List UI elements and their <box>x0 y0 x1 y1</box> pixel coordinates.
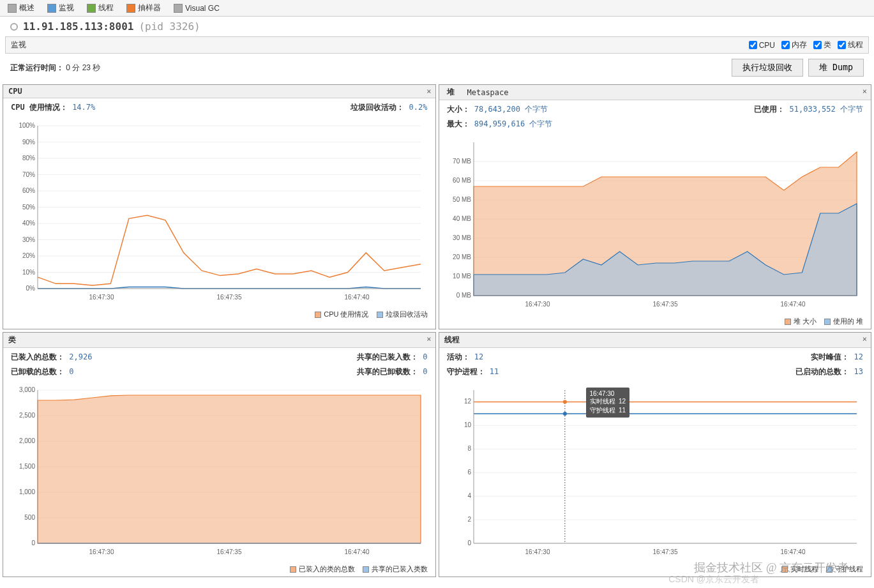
check-thread[interactable]: 线程 <box>838 40 863 50</box>
action-buttons: 执行垃圾回收 堆 Dump <box>732 59 864 77</box>
svg-text:70%: 70% <box>22 171 35 178</box>
svg-point-86 <box>562 412 566 416</box>
svg-text:10%: 10% <box>22 269 35 276</box>
svg-text:40%: 40% <box>22 220 35 227</box>
uptime-row: 正常运行时间： 0 分 23 秒 执行垃圾回收 堆 Dump <box>10 59 864 77</box>
threads-icon <box>87 4 96 13</box>
svg-text:20 MB: 20 MB <box>453 253 471 260</box>
tab-sampler[interactable]: 抽样器 <box>124 1 163 15</box>
svg-text:16:47:35: 16:47:35 <box>652 548 677 555</box>
heap-panel: 堆 Metaspace × 大小： 78,643,200 个字节 已使用： 51… <box>439 84 872 329</box>
svg-text:500: 500 <box>24 514 35 521</box>
monitor-toolbar: 监视 CPU 内存 类 线程 <box>5 36 869 54</box>
svg-text:50 MB: 50 MB <box>453 196 471 203</box>
classes-title: 类 <box>8 335 16 345</box>
svg-text:4: 4 <box>467 492 471 499</box>
svg-text:16:47:35: 16:47:35 <box>217 294 242 301</box>
svg-text:20%: 20% <box>22 252 35 259</box>
threads-title: 线程 <box>444 335 460 345</box>
svg-text:16:47:30: 16:47:30 <box>89 294 114 301</box>
svg-text:2,000: 2,000 <box>19 437 35 444</box>
close-icon[interactable]: × <box>863 335 867 343</box>
svg-text:30%: 30% <box>22 236 35 243</box>
pid: (pid 3326) <box>139 20 200 33</box>
svg-point-85 <box>562 400 566 403</box>
svg-text:10: 10 <box>463 421 471 428</box>
gc-button[interactable]: 执行垃圾回收 <box>732 59 803 77</box>
close-icon[interactable]: × <box>863 87 867 96</box>
check-class[interactable]: 类 <box>813 40 831 50</box>
svg-text:50%: 50% <box>22 204 35 211</box>
svg-text:60%: 60% <box>22 187 35 194</box>
charts-grid: CPU× CPU 使用情况： 14.7% 垃圾回收活动： 0.2% 0%10%2… <box>0 82 874 580</box>
connection-title: 11.91.185.113:8001 (pid 3326) <box>0 17 874 36</box>
svg-text:1,500: 1,500 <box>19 463 35 470</box>
classes-chart: 05001,0001,5002,0002,5003,00016:47:3016:… <box>3 381 435 562</box>
svg-text:40 MB: 40 MB <box>453 215 471 222</box>
svg-text:70 MB: 70 MB <box>453 158 471 165</box>
check-mem[interactable]: 内存 <box>781 40 807 50</box>
dump-button[interactable]: 堆 Dump <box>808 59 864 77</box>
threads-tooltip: 16:47:30 实时线程 12 守护线程 11 <box>586 388 630 418</box>
svg-text:6: 6 <box>467 469 471 476</box>
svg-text:16:47:40: 16:47:40 <box>780 548 805 555</box>
metaspace-tab[interactable]: Metaspace <box>465 88 511 97</box>
svg-text:16:47:35: 16:47:35 <box>652 301 677 308</box>
svg-text:16:47:40: 16:47:40 <box>345 294 370 301</box>
svg-text:0: 0 <box>467 539 471 547</box>
svg-text:60 MB: 60 MB <box>453 177 471 184</box>
svg-text:16:47:40: 16:47:40 <box>345 548 370 555</box>
svg-text:16:47:40: 16:47:40 <box>780 301 805 308</box>
svg-text:100%: 100% <box>19 122 35 129</box>
cpu-panel: CPU× CPU 使用情况： 14.7% 垃圾回收活动： 0.2% 0%10%2… <box>3 84 436 329</box>
tab-threads[interactable]: 线程 <box>84 1 116 15</box>
tab-visualgc[interactable]: Visual GC <box>171 3 222 14</box>
uptime-value: 0 分 23 秒 <box>66 63 100 72</box>
svg-text:1,000: 1,000 <box>19 488 35 495</box>
heap-tab[interactable]: 堆 <box>444 87 457 98</box>
svg-text:16:47:30: 16:47:30 <box>525 548 550 555</box>
tab-overview[interactable]: 概述 <box>5 1 37 15</box>
heap-chart: 0 MB10 MB20 MB30 MB40 MB50 MB60 MB70 MB1… <box>439 133 871 314</box>
svg-text:12: 12 <box>463 398 471 405</box>
svg-text:0: 0 <box>31 539 35 547</box>
svg-text:0%: 0% <box>26 285 36 292</box>
cpu-title: CPU <box>8 87 22 96</box>
address: 11.91.185.113:8001 <box>23 20 133 33</box>
svg-text:80%: 80% <box>22 155 35 162</box>
tab-monitor[interactable]: 监视 <box>45 1 77 15</box>
visualgc-icon <box>174 4 183 13</box>
uptime-label: 正常运行时间： <box>10 63 64 72</box>
threads-panel: 线程× 活动： 12 实时峰值： 12 守护进程： 11 已启动的总数： 13 … <box>439 332 872 577</box>
sampler-icon <box>126 4 135 13</box>
svg-text:16:47:30: 16:47:30 <box>525 301 550 308</box>
svg-text:30 MB: 30 MB <box>453 234 471 241</box>
monitor-icon <box>47 4 56 13</box>
cpu-chart: 0%10%20%30%40%50%60%70%80%90%100%16:47:3… <box>3 117 435 307</box>
svg-text:90%: 90% <box>22 139 35 146</box>
svg-text:16:47:30: 16:47:30 <box>89 548 114 555</box>
view-checkboxes: CPU 内存 类 线程 <box>749 40 863 50</box>
svg-text:16:47:35: 16:47:35 <box>217 548 242 555</box>
close-icon[interactable]: × <box>426 87 431 96</box>
svg-text:2,500: 2,500 <box>19 412 35 419</box>
svg-text:2: 2 <box>467 516 471 523</box>
classes-panel: 类× 已装入的总数： 2,926 共享的已装入数： 0 已卸载的总数： 0 共享… <box>3 332 436 577</box>
overview-icon <box>8 4 17 13</box>
svg-text:3,000: 3,000 <box>19 386 35 393</box>
svg-text:10 MB: 10 MB <box>453 273 471 280</box>
svg-text:8: 8 <box>467 445 471 452</box>
monitor-label: 监视 <box>11 40 26 50</box>
status-dot-icon <box>10 23 18 31</box>
top-tabs: 概述 监视 线程 抽样器 Visual GC <box>0 0 874 17</box>
check-cpu[interactable]: CPU <box>749 40 775 50</box>
threads-chart: 02468101216:47:3016:47:3516:47:40 16:47:… <box>439 381 871 562</box>
svg-text:0 MB: 0 MB <box>456 292 471 299</box>
close-icon[interactable]: × <box>426 335 431 343</box>
